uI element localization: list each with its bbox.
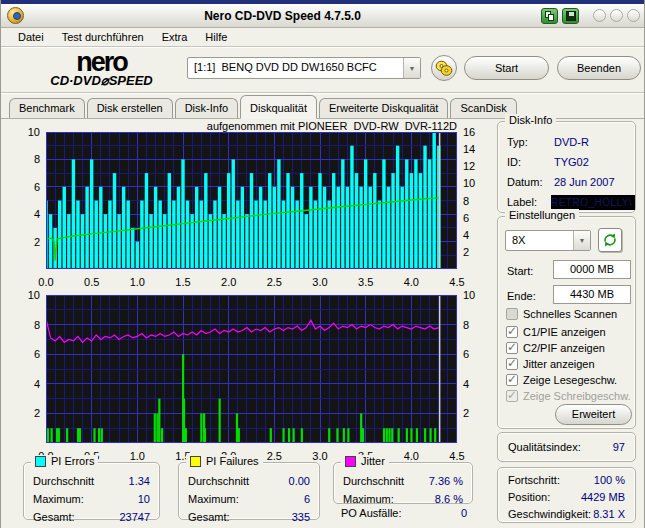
menu-datei[interactable]: Datei [9, 29, 53, 45]
axis-tick-label: 14 [463, 143, 475, 155]
maximize-button[interactable] [610, 9, 623, 22]
speed-label: Geschwindigkeit: [508, 508, 591, 520]
tab-diskqualitaet[interactable]: Diskqualität [240, 95, 317, 119]
checkbox-read-speed[interactable]: ✓ Zeige Lesegeschw. [506, 373, 617, 387]
axis-tick-label: 4.5 [449, 276, 464, 288]
axis-tick-label: 4.0 [404, 276, 419, 288]
stat-value: 7.36 % [429, 475, 463, 487]
axis-tick-label: 8 [34, 319, 40, 331]
checkbox-fast-scan[interactable]: Schnelles Scannen [506, 307, 617, 321]
save-button[interactable] [562, 8, 579, 24]
axis-tick-label: 16 [463, 126, 475, 138]
axis-tick-label: 2 [463, 407, 469, 419]
stat-value: 335 [292, 511, 310, 523]
po-failures-row: PO Ausfälle: 0 [341, 507, 467, 519]
axis-tick-label: 1.0 [130, 450, 145, 462]
checkbox-c2-pif[interactable]: ✓ C2/PIF anzeigen [506, 341, 605, 355]
checkbox-icon[interactable]: ✓ [506, 326, 518, 338]
po-failures-value: 0 [461, 507, 467, 519]
checkbox-c1-pie[interactable]: ✓ C1/PIE anzeigen [506, 325, 606, 339]
checkbox-label: Zeige Lesegeschw. [523, 374, 617, 386]
checkbox-label: C2/PIF anzeigen [523, 342, 605, 354]
minimize-button[interactable] [593, 9, 606, 22]
checkbox-write-speed: ✓ Zeige Schreibgeschw. [506, 389, 631, 403]
checkbox-icon[interactable] [506, 308, 518, 320]
progress-box: Fortschritt:100 % Position:4429 MB Gesch… [497, 467, 636, 523]
disk-id-label: ID: [507, 156, 554, 168]
scan-start-input[interactable]: 0000 MB [553, 260, 631, 279]
checkbox-icon[interactable]: ✓ [506, 358, 518, 370]
axis-tick-label: 2 [34, 407, 40, 419]
recorded-with-label: aufgenommen mit PIONEER DVD-RW DVR-112D [141, 120, 457, 132]
checkbox-jitter[interactable]: ✓ Jitter anzeigen [506, 357, 595, 371]
copy-button[interactable] [541, 8, 558, 24]
axis-tick-label: 8 [463, 319, 469, 331]
chevron-down-icon[interactable]: ▼ [403, 58, 420, 78]
axis-tick-label: 8 [463, 195, 469, 207]
disk-info-group: Disk-Info Typ:DVD-R ID:TYG02 Datum:28 Ju… [497, 121, 636, 213]
axis-tick-label: 0.5 [84, 276, 99, 288]
axis-tick-label: 10 [463, 289, 475, 301]
checkbox-label: Schnelles Scannen [523, 308, 617, 320]
menu-extra[interactable]: Extra [153, 29, 197, 45]
axis-tick-label: 4.0 [404, 450, 419, 462]
progress-label: Fortschritt: [508, 474, 560, 486]
pi-failures-swatch [190, 456, 201, 467]
pi-failures-stats-title: PI Failures [206, 455, 259, 467]
axis-tick-label: 10 [28, 289, 40, 301]
checkbox-icon[interactable]: ✓ [506, 342, 518, 354]
disk-date-value: 28 Jun 2007 [554, 176, 615, 188]
drive-select-value: [1:1] BENQ DVD DD DW1650 BCFC [188, 58, 403, 78]
position-label: Position: [508, 491, 550, 503]
drive-select[interactable]: [1:1] BENQ DVD DD DW1650 BCFC ▼ [187, 57, 421, 79]
advanced-button[interactable]: Erweitert [555, 404, 632, 425]
checkbox-icon[interactable]: ✓ [506, 374, 518, 386]
disk-label-label: Label: [507, 196, 551, 208]
settings-group: Einstellungen 8X ▼ Start: 0000 MB Ende: … [497, 216, 636, 429]
axis-tick-label: 4.5 [449, 450, 464, 462]
axis-tick-label: 10 [28, 126, 40, 138]
stat-label: Maximum: [188, 493, 239, 505]
tab-disk-info[interactable]: Disk-Info [175, 98, 238, 118]
axis-tick-label: 12 [463, 160, 475, 172]
scan-end-input[interactable]: 4430 MB [553, 285, 631, 304]
axis-tick-label: 6 [34, 181, 40, 193]
axis-tick-label: 6 [463, 212, 469, 224]
tab-benchmark[interactable]: Benchmark [9, 98, 85, 118]
start-button[interactable]: Start [464, 56, 549, 80]
stat-label: Durchschnitt [33, 475, 94, 487]
check-icon: ✓ [507, 372, 517, 386]
axis-tick-label: 4 [463, 378, 469, 390]
app-window: Nero CD-DVD Speed 4.7.5.0 Datei Test dur… [0, 0, 645, 528]
tab-erweiterte-diskqualitaet[interactable]: Erweiterte Diskqualität [319, 98, 448, 118]
refresh-button[interactable] [598, 228, 622, 252]
chevron-down-icon[interactable]: ▼ [573, 231, 590, 250]
app-icon [7, 7, 24, 24]
pi-failures-stats-box: PI Failures Durchschnitt0.00 Maximum:6 G… [178, 462, 320, 520]
window-title: Nero CD-DVD Speed 4.7.5.0 [24, 9, 541, 23]
eject-disc-button[interactable] [431, 55, 457, 81]
speed-select[interactable]: 8X ▼ [505, 230, 591, 251]
disc-icon [435, 60, 453, 77]
axis-tick-label: 2 [34, 236, 40, 248]
axis-tick-label: 6 [34, 348, 40, 360]
menu-test-durchfuehren[interactable]: Test durchführen [53, 29, 153, 45]
check-icon: ✓ [507, 324, 517, 338]
disk-label-value: RETRO_HOLLY\ [551, 195, 635, 210]
title-bar[interactable]: Nero CD-DVD Speed 4.7.5.0 [1, 4, 645, 28]
menu-hilfe[interactable]: Hilfe [196, 29, 236, 45]
axis-tick-label: 6 [463, 348, 469, 360]
quit-button[interactable]: Beenden [557, 56, 641, 80]
progress-value: 100 % [594, 474, 625, 486]
check-icon: ✓ [507, 356, 517, 370]
refresh-icon [602, 232, 618, 248]
stat-value: 23747 [119, 511, 150, 523]
stat-value: 8.6 % [435, 493, 463, 505]
tab-disk-erstellen[interactable]: Disk erstellen [87, 98, 173, 118]
checkbox-label: Zeige Schreibgeschw. [523, 390, 631, 402]
scan-end-label: Ende: [507, 290, 536, 302]
speed-right-axis: 161412108642 [460, 132, 486, 269]
position-value: 4429 MB [581, 491, 625, 503]
checkbox-label: Jitter anzeigen [523, 358, 595, 370]
close-button[interactable] [627, 9, 640, 22]
